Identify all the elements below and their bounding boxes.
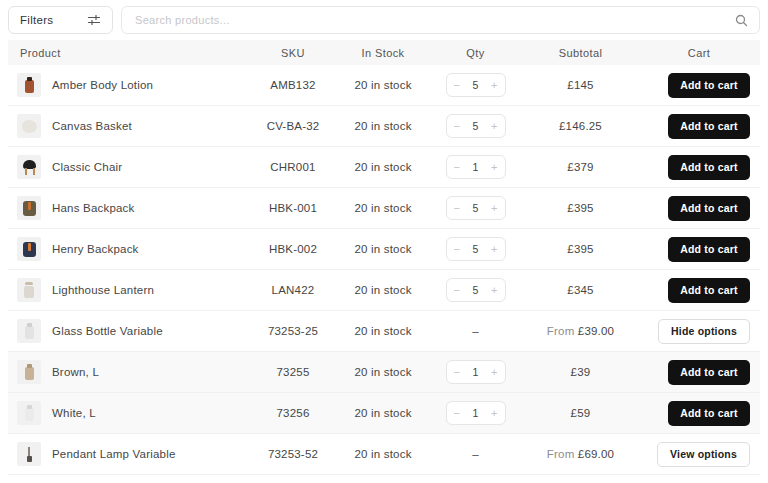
header-in-stock: In Stock [338,47,428,59]
sliders-icon [87,13,101,27]
stock-cell: 20 in stock [338,284,428,296]
add-to-cart-button[interactable]: Add to cart [668,114,750,139]
qty-value[interactable]: 5 [472,120,478,132]
qty-increase-button[interactable]: + [491,162,497,173]
qty-cell: – [428,448,523,460]
subtotal-price: £395 [567,243,593,255]
subtotal-cell: £395 [523,202,638,214]
quantity-stepper[interactable]: −5+ [446,196,506,220]
subtotal-price: £395 [567,202,593,214]
qty-decrease-button[interactable]: − [454,121,460,132]
product-cell: Hans Backpack [8,196,248,220]
quantity-stepper[interactable]: −5+ [446,114,506,138]
add-to-cart-button[interactable]: Add to cart [668,401,750,426]
qty-value[interactable]: 1 [472,161,478,173]
filters-button[interactable]: Filters [8,6,113,34]
sku-cell: LAN422 [248,284,338,296]
product-cell: Glass Bottle Variable [8,319,248,343]
table-row: Glass Bottle Variable 73253-25 20 in sto… [8,311,760,352]
add-to-cart-button[interactable]: Add to cart [668,278,750,303]
qty-decrease-button[interactable]: − [454,367,460,378]
subtotal-cell: £145 [523,79,638,91]
cart-cell: Hide options [638,319,760,344]
product-name: Pendant Lamp Variable [52,448,176,460]
table-row: Pendant Lamp Variable 73253-52 20 in sto… [8,434,760,475]
add-to-cart-button[interactable]: Add to cart [668,360,750,385]
cart-cell: Add to cart [638,237,760,262]
qty-value[interactable]: 1 [472,407,478,419]
quantity-stepper[interactable]: −1+ [446,401,506,425]
stock-cell: 20 in stock [338,325,428,337]
quantity-stepper[interactable]: −5+ [446,73,506,97]
qty-value[interactable]: 1 [472,366,478,378]
qty-cell: −5+ [428,237,523,261]
stock-cell: 20 in stock [338,202,428,214]
header-sku: SKU [248,47,338,59]
qty-cell: −1+ [428,401,523,425]
qty-increase-button[interactable]: + [491,408,497,419]
qty-decrease-button[interactable]: − [454,408,460,419]
subtotal-cell: From £69.00 [523,448,638,460]
sku-cell: 73253-52 [248,448,338,460]
options-toggle-button[interactable]: View options [657,442,750,467]
qty-increase-button[interactable]: + [491,244,497,255]
qty-decrease-button[interactable]: − [454,203,460,214]
add-to-cart-button[interactable]: Add to cart [668,237,750,262]
qty-decrease-button[interactable]: − [454,244,460,255]
cart-cell: Add to cart [638,360,760,385]
pack-thumbnail [17,196,41,220]
stock-cell: 20 in stock [338,79,428,91]
bottle-thumbnail [17,360,41,384]
product-name: Glass Bottle Variable [52,325,163,337]
table-row: Lighthouse Lantern LAN422 20 in stock −5… [8,270,760,311]
qty-increase-button[interactable]: + [491,80,497,91]
qty-value[interactable]: 5 [472,284,478,296]
qty-decrease-button[interactable]: − [454,162,460,173]
lantern-thumbnail [17,278,41,302]
quantity-stepper[interactable]: −5+ [446,278,506,302]
product-name: Classic Chair [52,161,122,173]
options-toggle-button[interactable]: Hide options [658,319,750,344]
subtotal-price: £59 [571,407,591,419]
qty-increase-button[interactable]: + [491,121,497,132]
subtotal-cell: £345 [523,284,638,296]
sku-cell: 73253-25 [248,325,338,337]
search-icon[interactable] [735,14,748,27]
subtotal-price: £379 [567,161,593,173]
qty-not-applicable-dash: – [472,325,479,337]
cart-cell: View options [638,442,760,467]
product-cell: Canvas Basket [8,114,248,138]
qty-value[interactable]: 5 [472,243,478,255]
quantity-stepper[interactable]: −1+ [446,360,506,384]
search-input[interactable] [133,13,735,27]
product-table: Product SKU In Stock Qty Subtotal Cart A… [8,40,760,475]
blob-thumbnail [17,114,41,138]
table-body: Amber Body Lotion AMB132 20 in stock −5+… [8,65,760,475]
quantity-stepper[interactable]: −5+ [446,237,506,261]
add-to-cart-button[interactable]: Add to cart [668,155,750,180]
add-to-cart-button[interactable]: Add to cart [668,196,750,221]
qty-increase-button[interactable]: + [491,203,497,214]
stock-cell: 20 in stock [338,366,428,378]
qty-cell: −5+ [428,73,523,97]
cart-cell: Add to cart [638,155,760,180]
cart-cell: Add to cart [638,278,760,303]
qty-decrease-button[interactable]: − [454,285,460,296]
quantity-stepper[interactable]: −1+ [446,155,506,179]
qty-cell: −1+ [428,360,523,384]
qty-increase-button[interactable]: + [491,285,497,296]
add-to-cart-button[interactable]: Add to cart [668,73,750,98]
product-cell: Brown, L [8,360,248,384]
subtotal-price: £146.25 [559,120,602,132]
sku-cell: HBK-002 [248,243,338,255]
cart-cell: Add to cart [638,73,760,98]
sku-cell: HBK-001 [248,202,338,214]
product-cell: Classic Chair [8,155,248,179]
bottle-thumbnail [17,73,41,97]
qty-decrease-button[interactable]: − [454,80,460,91]
qty-value[interactable]: 5 [472,202,478,214]
product-name: Henry Backpack [52,243,139,255]
qty-increase-button[interactable]: + [491,367,497,378]
qty-cell: −5+ [428,278,523,302]
qty-value[interactable]: 5 [472,79,478,91]
